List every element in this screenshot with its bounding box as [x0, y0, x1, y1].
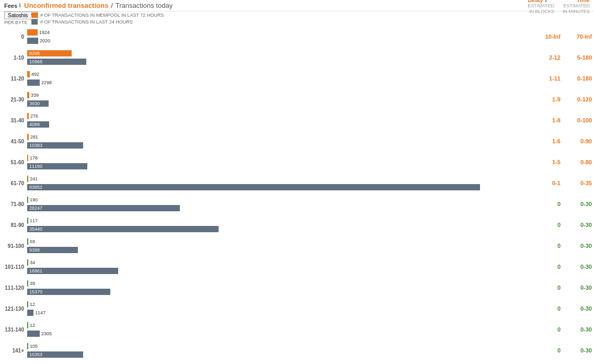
gray-bar-9: 35440 — [27, 226, 219, 232]
gray-bar-label-9: 35440 — [29, 226, 42, 232]
gray-bar-6: 11150 — [27, 163, 87, 169]
delay-sub: ESTIMATED — [528, 3, 554, 9]
orange-bar-outside-label-7: 241 — [30, 176, 38, 181]
gray-bar-outside-label-2: 2298 — [41, 80, 52, 85]
gray-bar-0 — [27, 38, 38, 44]
y-label-91_100: 91-100 — [0, 235, 27, 256]
orange-bar-outside-label-10: 59 — [30, 239, 35, 244]
delay-value-3: 1-9 — [529, 96, 561, 103]
orange-bar-2 — [27, 71, 30, 77]
orange-bar-6 — [27, 155, 28, 161]
bar-group-10: 599398 — [27, 235, 526, 256]
bar-group-11: 3416861 — [27, 256, 526, 277]
orange-bar-outside-label-5: 281 — [30, 134, 38, 140]
delay-info-icon[interactable]: ℹ — [545, 0, 547, 3]
bar-group-0: 19242020 — [27, 26, 526, 47]
gray-bar-8: 28247 — [27, 205, 180, 211]
orange-bar-3 — [27, 92, 29, 98]
gray-bar-label-15: 10353 — [29, 352, 42, 357]
y-label-101_110: 101-110 — [0, 256, 27, 277]
y-label-111_120: 111-120 — [0, 277, 27, 298]
gray-bar-1: 10968 — [27, 59, 86, 65]
bar-group-6: 17811150 — [27, 152, 526, 173]
info-icon[interactable]: ℹ — [19, 2, 21, 9]
time-value-1: 5-180 — [561, 54, 592, 61]
time-value-9: 0-30 — [561, 222, 592, 228]
gray-bar-outside-label-14: 2305 — [41, 331, 52, 336]
bar-group-12: 3915370 — [27, 277, 526, 298]
gray-bar-7: 83852 — [27, 184, 480, 190]
time-value-11: 0-30 — [561, 264, 592, 270]
right-value-row-0: 10-Inf70-Inf — [526, 26, 594, 47]
bar-group-13: 121147 — [27, 298, 526, 319]
time-value-0: 70-Inf — [561, 33, 592, 40]
orange-bar-9 — [27, 218, 28, 224]
orange-bar-11 — [27, 259, 28, 266]
bar-group-7: 24183852 — [27, 173, 526, 194]
y-label-71_80: 71-80 — [0, 194, 27, 214]
orange-bar-13 — [27, 301, 28, 308]
delay-value-12: 0 — [529, 285, 561, 291]
time-value-10: 0-30 — [561, 243, 592, 249]
gray-bar-label-3: 3930 — [29, 101, 40, 106]
gray-bar-3: 3930 — [27, 100, 49, 107]
gray-bar-5: 10383 — [27, 142, 83, 149]
time-sub: ESTIMATED — [558, 3, 590, 9]
gray-bar-label-1: 10968 — [29, 59, 42, 64]
orange-bar-5 — [27, 134, 29, 140]
orange-bar-outside-label-14: 12 — [30, 323, 35, 328]
gray-bar-outside-label-13: 1147 — [35, 310, 45, 315]
right-value-row-13: 00-30 — [526, 298, 594, 319]
y-label-61_70: 61-70 — [0, 173, 27, 194]
bar-group-4: 2764089 — [27, 110, 526, 131]
y-label-131_140: 131-140 — [0, 319, 27, 340]
gray-bar-12: 15370 — [27, 289, 110, 295]
time-value-7: 0-35 — [561, 180, 592, 186]
title-unconfirmed: Unconfirmed transactions — [24, 2, 108, 9]
right-value-row-4: 1-80-100 — [526, 110, 594, 131]
time-value-3: 0-120 — [561, 96, 592, 103]
y-label-31_40: 31-40 — [0, 110, 27, 131]
gray-bar-label-8: 28247 — [29, 206, 42, 211]
gray-bar-2 — [27, 79, 40, 86]
bar-group-3: 3393930 — [27, 89, 526, 110]
orange-bar-outside-label-12: 39 — [30, 281, 35, 286]
y-label-41_50: 41-50 — [0, 131, 27, 152]
orange-bar-10 — [27, 238, 28, 245]
right-value-row-11: 00-30 — [526, 256, 594, 277]
time-value-4: 0-100 — [561, 117, 592, 123]
orange-bar-14 — [27, 322, 28, 328]
y-label-0: 0 — [0, 26, 27, 47]
delay-value-10: 0 — [529, 243, 561, 249]
y-label-1_10: 1-10 — [0, 47, 27, 68]
y-label-21_30: 21-30 — [0, 89, 27, 110]
orange-bar-0 — [27, 29, 38, 36]
bar-group-1: 826810968 — [27, 47, 526, 68]
orange-bar-label-1: 8268 — [29, 51, 40, 56]
gray-bar-label-10: 9398 — [29, 247, 40, 253]
gray-bar-4: 4089 — [27, 121, 49, 128]
orange-bar-outside-label-13: 12 — [30, 302, 35, 307]
time-value-13: 0-30 — [561, 305, 592, 312]
y-label-11_20: 11-20 — [0, 68, 27, 89]
delay-value-14: 0 — [529, 326, 561, 333]
right-value-row-10: 00-30 — [526, 235, 594, 256]
delay-value-15: 0 — [529, 347, 561, 354]
right-value-row-6: 1-50-80 — [526, 152, 594, 173]
bar-group-14: 122305 — [27, 319, 526, 340]
orange-bar-outside-label-4: 276 — [30, 113, 38, 119]
gray-bar-label-4: 4089 — [29, 122, 40, 127]
delay-value-5: 1-6 — [529, 138, 561, 144]
y-label-51_60: 51-60 — [0, 152, 27, 173]
bar-group-15: 10510353 — [27, 340, 526, 361]
gray-bar-14 — [27, 331, 40, 337]
right-value-row-15: 00-30 — [526, 340, 594, 361]
time-value-6: 0-80 — [561, 159, 592, 165]
right-value-row-7: 0-10-35 — [526, 173, 594, 194]
orange-bar-outside-label-8: 190 — [30, 197, 38, 202]
gray-bar-label-11: 16861 — [29, 268, 42, 274]
bar-group-9: 11735440 — [27, 214, 526, 235]
delay-value-11: 0 — [529, 264, 561, 270]
delay-value-13: 0 — [529, 305, 561, 312]
time-value-15: 0-30 — [561, 347, 592, 354]
